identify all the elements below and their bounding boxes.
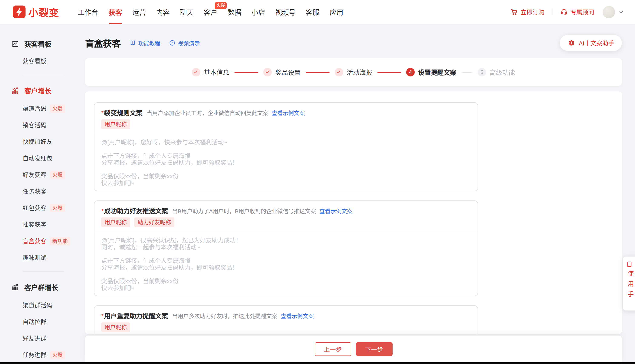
assist-success-copy-card: * 成功助力好友推送文案 当B用户助力了A用户时，B用户收到的企业微信号推送文案…	[94, 200, 478, 296]
order-now-button[interactable]: 立即订购	[510, 8, 544, 16]
sidebar-item-quick-add-friend[interactable]: 快捷加好友	[23, 139, 84, 145]
growth-chart-icon	[11, 86, 19, 94]
divider	[23, 272, 64, 272]
card-title: 用户重复助力提醒文案	[104, 311, 168, 320]
nav-item-video-channel[interactable]: 视频号	[275, 0, 296, 24]
sidebar-item-friend-join-group[interactable]: 好友进群	[23, 336, 84, 342]
sidebar-section-group-growth: 客户群增长	[11, 282, 84, 292]
primary-nav: 工作台 获客 运营 内容 聊天 客户 火爆 数据 小店 视频号 客服 应用	[78, 0, 343, 24]
ai-copy-assistant-button[interactable]: AI丨文案助手	[560, 35, 622, 51]
sidebar-item-channel-code[interactable]: 渠道活码火爆	[23, 106, 84, 112]
sidebar-item-blindbox-acquisition[interactable]: 盲盒获客新功能	[23, 238, 84, 244]
sidebar-item-kanban[interactable]: 获客看板	[23, 58, 84, 64]
sidebar-item-friend-acquisition[interactable]: 好友获客火爆	[23, 172, 84, 178]
hot-badge: 火爆	[215, 2, 227, 9]
nav-item-workbench[interactable]: 工作台	[78, 0, 98, 24]
sidebar-item-task-acquisition[interactable]: 任务获客	[23, 188, 84, 194]
variable-tag-nickname[interactable]: 用户昵称	[101, 119, 130, 129]
chevron-down-icon[interactable]	[618, 9, 624, 15]
wizard-stepper: 基本信息 奖品设置 活动海报 4	[192, 68, 515, 76]
divider	[552, 8, 552, 15]
brand-logo[interactable]: 小裂变	[13, 5, 59, 19]
app-window: 小裂变 工作台 获客 运营 内容 聊天 客户 火爆 数据 小店 视频号 客服 应…	[0, 0, 635, 364]
required-mark: *	[101, 312, 104, 320]
step-check-icon	[192, 68, 200, 76]
variable-tag-nickname[interactable]: 用户昵称	[101, 218, 130, 227]
user-avatar[interactable]	[603, 6, 615, 18]
sidebar-item-fun-test[interactable]: 趣味测试	[23, 255, 84, 261]
nav-item-data[interactable]: 数据	[228, 0, 241, 24]
wizard-footer: 上一步 下一步	[85, 336, 622, 363]
required-mark: *	[101, 109, 104, 116]
nav-item-customers[interactable]: 客户 火爆	[204, 0, 217, 24]
nav-item-content[interactable]: 内容	[156, 0, 170, 24]
divider	[23, 75, 64, 75]
variable-tag-helper-nickname[interactable]: 助力好友昵称	[134, 218, 174, 227]
step-advanced-features[interactable]: 5 高级功能	[478, 68, 515, 76]
step-check-icon	[263, 68, 272, 76]
nav-item-service[interactable]: 客服	[306, 0, 319, 24]
tutorial-link[interactable]: 功能教程	[129, 39, 160, 47]
copy-textarea[interactable]: @[用户昵称]，您好呀，快来参与本次福利活动~ 点击下方链接，生成个人专属海报 …	[94, 134, 478, 191]
sidebar: 获客看板 获客看板 客户增长 渠道活码火爆 锁客活码 快捷加好友 自动发红包 好…	[0, 24, 84, 364]
sidebar-item-auto-group[interactable]: 自动拉群	[23, 319, 84, 325]
copy-textarea[interactable]: @[用户昵称]，很高兴认识您，您已为好友助力成功！ 同时，诚邀您一起参与本次福利…	[94, 232, 478, 296]
sidebar-item-task-join-group[interactable]: 任务进群火爆	[23, 352, 84, 358]
hot-badge: 火爆	[50, 104, 65, 113]
sidebar-item-redpacket-acquisition[interactable]: 红包获客火爆	[23, 205, 84, 211]
card-description: 当用户添加企业员工时，企业微信自动回复此文案	[147, 109, 268, 117]
nav-right-actions: 立即订购 专属顾问	[510, 6, 635, 18]
step-reminder-copy[interactable]: 4 设置提醒文案	[406, 68, 456, 76]
card-header: * 裂变规则文案 当用户添加企业员工时，企业微信自动回复此文案 查看示例文案 用…	[94, 103, 478, 134]
card-title: 成功助力好友推送文案	[104, 206, 168, 215]
step-prize-setup[interactable]: 奖品设置	[263, 68, 301, 76]
variable-tag-nickname[interactable]: 用户昵称	[101, 322, 130, 332]
step-connector	[306, 72, 330, 72]
card-title: 裂变规则文案	[104, 108, 142, 117]
step-connector	[462, 72, 473, 72]
nav-item-shop[interactable]: 小店	[251, 0, 265, 24]
play-circle-icon	[169, 40, 176, 46]
video-demo-link[interactable]: 视频演示	[169, 39, 200, 47]
growth-chart-icon	[11, 283, 19, 291]
card-header: * 用户重复助力提醒文案 当用户多次助力好友时，推送此处提醒文案 查看示例文案 …	[94, 306, 478, 334]
manual-label: 使用手册	[626, 270, 635, 310]
advisor-button[interactable]: 专属顾问	[560, 8, 594, 16]
view-example-link[interactable]: 查看示例文案	[319, 207, 353, 215]
step-connector	[234, 72, 258, 72]
nav-item-acquisition[interactable]: 获客	[108, 0, 122, 24]
card-description: 当用户多次助力好友时，推送此处提醒文案	[172, 312, 277, 320]
line-chart-icon	[11, 40, 19, 48]
card-description: 当B用户助力了A用户时，B用户收到的企业微信号推送文案	[172, 207, 316, 215]
fission-rule-copy-card: * 裂变规则文案 当用户添加企业员工时，企业微信自动回复此文案 查看示例文案 用…	[94, 102, 478, 191]
stepper-panel: 基本信息 奖品设置 活动海报 4	[85, 58, 622, 86]
bottom-edge-strip	[0, 362, 635, 364]
nav-item-operations[interactable]: 运营	[132, 0, 146, 24]
sidebar-section-kanban: 获客看板	[11, 39, 84, 49]
page-header: 盲盒获客 功能教程 视频演示	[85, 35, 622, 51]
view-example-link[interactable]: 查看示例文案	[272, 109, 305, 117]
sidebar-item-auto-redpacket[interactable]: 自动发红包	[23, 156, 84, 162]
sidebar-section-customer-growth: 客户增长	[11, 85, 84, 96]
step-basic-info[interactable]: 基本信息	[192, 68, 229, 76]
step-number: 4	[406, 68, 415, 76]
headset-icon	[560, 8, 568, 16]
step-activity-poster[interactable]: 活动海报	[335, 68, 372, 76]
top-navbar: 小裂变 工作台 获客 运营 内容 聊天 客户 火爆 数据 小店 视频号 客服 应…	[0, 0, 635, 24]
sidebar-item-lock-code[interactable]: 锁客活码	[23, 122, 84, 128]
previous-step-button[interactable]: 上一步	[315, 342, 351, 356]
book-icon	[129, 40, 136, 46]
page-title: 盲盒获客	[85, 36, 121, 49]
user-manual-tab[interactable]: 使用手册	[623, 256, 635, 310]
step-number: 5	[478, 68, 486, 76]
sidebar-item-channel-group-code[interactable]: 渠道群活码	[23, 302, 84, 308]
nav-item-chat[interactable]: 聊天	[180, 0, 193, 24]
main-content: 盲盒获客 功能教程 视频演示	[85, 24, 622, 364]
next-step-button[interactable]: 下一步	[356, 342, 392, 356]
manual-book-icon	[626, 261, 633, 268]
brand-name: 小裂变	[29, 5, 59, 19]
sidebar-item-lottery-acquisition[interactable]: 抽奖获客	[23, 222, 84, 228]
new-feature-badge: 新功能	[50, 237, 70, 246]
nav-item-apps[interactable]: 应用	[330, 0, 343, 24]
view-example-link[interactable]: 查看示例文案	[281, 312, 314, 320]
